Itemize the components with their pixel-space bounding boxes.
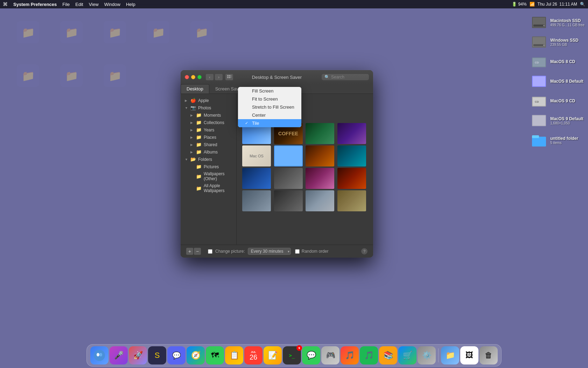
back-button[interactable]: ‹ xyxy=(206,74,214,80)
view-menu[interactable]: View xyxy=(89,2,99,7)
sidebar-item-wallpapers-other[interactable]: 📁 Wallpapers (Other) xyxy=(181,170,236,182)
wallpaper-thumb-8[interactable] xyxy=(242,168,271,189)
wallpaper-thumb-9[interactable] xyxy=(274,168,303,189)
folder-icon-collections: 📁 xyxy=(196,120,202,125)
wallpaper-thumb-11[interactable] xyxy=(337,168,366,189)
dropdown-fit-screen[interactable]: Fit to Screen xyxy=(238,95,301,103)
random-order-checkbox[interactable] xyxy=(295,249,300,254)
wallpaper-thumb-4[interactable]: Mac OS xyxy=(242,145,271,166)
dock-icon-messages[interactable]: 💬 xyxy=(302,346,320,364)
wallpaper-thumb-7[interactable] xyxy=(337,145,366,166)
sidebar-item-apple[interactable]: ▶ 🍎 Apple xyxy=(181,97,236,104)
wallpaper-thumb-3[interactable] xyxy=(337,123,366,144)
chevron-right-icon-moments: ▶ xyxy=(190,114,194,117)
sidebar-item-all-apple[interactable]: 📁 All Apple Wallpapers xyxy=(181,182,236,194)
dock-icon-safari[interactable]: 🧭 xyxy=(187,346,205,364)
change-picture-select-wrapper[interactable]: Every 30 minutes Every hour Every day Ev… xyxy=(248,248,291,255)
wallpaper-thumb-13[interactable] xyxy=(274,190,303,211)
wallpaper-thumb-10[interactable] xyxy=(306,168,334,189)
dock-icon-appstore[interactable]: 🛒 xyxy=(398,346,416,364)
menubar-search[interactable]: 🔍 xyxy=(580,2,585,7)
dropdown-tile[interactable]: ✓ Tile xyxy=(238,119,301,127)
sidebar-collections-label: Collections xyxy=(204,120,224,125)
photos-icon: 📷 xyxy=(190,105,196,110)
drive-macos8-default[interactable]: MacOS 8 Default xyxy=(531,73,584,90)
dropdown-center[interactable]: Center xyxy=(238,111,301,119)
sidebar-item-moments[interactable]: ▶ 📁 Moments xyxy=(181,111,236,119)
drive-macos8-cd[interactable]: CD MacOS 8 CD xyxy=(531,53,584,70)
search-box[interactable]: 🔍 xyxy=(322,74,369,80)
dock-icon-trash[interactable]: 🗑 xyxy=(479,346,498,364)
dock-icon-finder2[interactable]: 📁 xyxy=(441,346,459,364)
dock-icon-spotify[interactable]: 🎵 xyxy=(360,346,378,364)
wallpaper-thumb-14[interactable] xyxy=(306,190,334,211)
dock-icon-finder[interactable] xyxy=(90,346,108,364)
dock-icon-notes[interactable]: 📝 xyxy=(264,346,282,364)
dock-icon-gamecenter[interactable]: 🎮 xyxy=(321,346,340,364)
close-button[interactable] xyxy=(185,75,189,79)
dropdown-stretch[interactable]: Stretch to Fill Screen xyxy=(238,103,301,111)
help-button[interactable]: ? xyxy=(361,248,368,254)
menubar-battery[interactable]: 🔋 94% xyxy=(512,2,526,7)
search-input[interactable] xyxy=(331,75,366,80)
remove-folder-button[interactable]: − xyxy=(194,248,201,255)
change-picture-checkbox[interactable] xyxy=(208,249,212,254)
traffic-lights xyxy=(185,75,202,79)
drive-macintosh-ssd[interactable]: Macintosh SSD 499.76 G...11 GB free xyxy=(531,14,584,31)
wallpaper-thumb-12[interactable] xyxy=(242,190,271,211)
sidebar-all-apple-label: All Apple Wallpapers xyxy=(204,183,232,193)
svg-text:CD: CD xyxy=(535,100,539,103)
dock-icon-sysprefs[interactable]: ⚙️ xyxy=(418,346,436,364)
svg-rect-19 xyxy=(532,135,539,138)
wallpaper-thumb-5[interactable] xyxy=(274,145,303,166)
drive-macos8default-name: MacOS 8 Default xyxy=(550,79,583,84)
dock-icon-photos[interactable]: 🖼 xyxy=(460,346,478,364)
add-folder-button[interactable]: + xyxy=(186,248,193,255)
dock-icon-notefile[interactable]: 📋 xyxy=(225,346,243,364)
apple-menu[interactable]: ⌘ xyxy=(3,1,8,7)
app-name-menu[interactable]: System Preferences xyxy=(13,2,57,7)
sidebar-item-folders[interactable]: ▼ 📂 Folders xyxy=(181,156,236,163)
drive-windows-ssd[interactable]: Windows SSD 239.55 GB xyxy=(531,34,584,50)
dock-icon-itunes[interactable]: 🎵 xyxy=(341,346,359,364)
menubar-wifi[interactable]: 📶 xyxy=(530,2,535,7)
tab-desktop[interactable]: Desktop xyxy=(181,84,209,94)
dock-icon-launchpad[interactable]: 🚀 xyxy=(129,346,147,364)
dock-icon-scrivener[interactable]: S xyxy=(148,346,166,364)
dock-icon-calendar[interactable]: JUL 26 xyxy=(244,346,262,364)
maximize-button[interactable] xyxy=(197,75,202,79)
wallpaper-thumb-15[interactable] xyxy=(337,190,366,211)
forward-button[interactable]: › xyxy=(215,74,223,80)
sidebar-years-label: Years xyxy=(204,128,214,132)
dock-icon-maps[interactable]: 🗺 xyxy=(206,346,224,364)
minimize-button[interactable] xyxy=(191,75,195,79)
sidebar-item-shared[interactable]: ▶ 📁 Shared xyxy=(181,141,236,148)
sidebar-item-places[interactable]: ▶ 📁 Places xyxy=(181,134,236,141)
folder-icon-albums: 📁 xyxy=(196,149,202,155)
dock-icon-terminal[interactable]: >_ 9 xyxy=(283,346,301,364)
window-menu[interactable]: Window xyxy=(104,2,120,7)
dock-icon-books[interactable]: 📚 xyxy=(379,346,397,364)
drive-macos9-cd[interactable]: CD MacOS 9 CD xyxy=(531,93,584,109)
edit-menu[interactable]: Edit xyxy=(75,2,83,7)
sidebar-item-albums[interactable]: ▶ 📁 Albums xyxy=(181,148,236,156)
drive-untitled-folder[interactable]: untitled folder 5 items xyxy=(531,132,584,149)
dock-icon-siri[interactable]: 🎤 xyxy=(110,346,128,364)
sidebar-shared-label: Shared xyxy=(204,142,217,147)
sidebar-item-pictures[interactable]: 📁 Pictures xyxy=(181,163,236,170)
dropdown-fill-screen[interactable]: Fill Screen xyxy=(238,87,301,95)
dock-icon-discord[interactable]: 💬 xyxy=(167,346,186,364)
sidebar-item-collections[interactable]: ▶ 📁 Collections xyxy=(181,119,236,126)
chevron-right-icon-shared: ▶ xyxy=(190,143,194,146)
wallpaper-thumb-6[interactable] xyxy=(306,145,334,166)
wallpaper-thumb-2[interactable] xyxy=(306,123,334,144)
menubar-datetime[interactable]: Thu Jul 26 11:11 AM xyxy=(538,2,577,7)
sidebar-photos-label: Photos xyxy=(198,105,211,110)
help-menu[interactable]: Help xyxy=(126,2,135,7)
sidebar-item-years[interactable]: ▶ 📁 Years xyxy=(181,126,236,134)
drive-macos9-default[interactable]: MacOS 9 Default 1,680×1,050 xyxy=(531,112,584,129)
change-picture-select[interactable]: Every 30 minutes Every hour Every day Ev… xyxy=(248,248,291,255)
grid-button[interactable] xyxy=(225,74,233,80)
sidebar-item-photos[interactable]: ▼ 📷 Photos xyxy=(181,104,236,111)
file-menu[interactable]: File xyxy=(62,2,70,7)
